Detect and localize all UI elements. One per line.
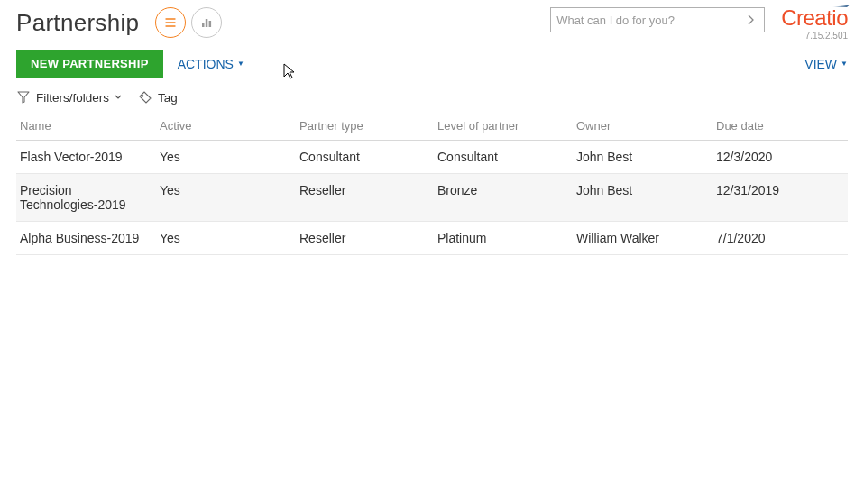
tag-button[interactable]: Tag	[138, 90, 178, 105]
cell-owner[interactable]: John Best	[573, 141, 712, 174]
table-row[interactable]: Alpha Business-2019 Yes Reseller Platinu…	[16, 222, 848, 255]
list-icon	[162, 14, 179, 31]
cell-owner[interactable]: John Best	[573, 174, 712, 222]
partnership-table: Name Active Partner type Level of partne…	[16, 114, 848, 255]
search-box[interactable]	[550, 7, 765, 32]
search-go-button[interactable]	[744, 13, 758, 27]
caret-down-icon: ▼	[841, 60, 848, 68]
actions-label: ACTIONS	[178, 57, 234, 71]
cell-partner-type: Reseller	[296, 222, 434, 255]
cell-owner[interactable]: William Walker	[573, 222, 712, 255]
cell-due-date: 7/1/2020	[712, 222, 848, 255]
column-header-name[interactable]: Name	[16, 114, 156, 141]
table-row[interactable]: Precision Technologies-2019 Yes Reseller…	[16, 174, 848, 222]
caret-down-icon: ▼	[237, 60, 244, 68]
svg-rect-5	[209, 21, 212, 27]
chart-view-button[interactable]	[191, 7, 222, 38]
filters-folders-button[interactable]: Filters/folders	[16, 90, 122, 105]
table-row[interactable]: Flash Vector-2019 Yes Consultant Consult…	[16, 141, 848, 174]
brand: Creatio 7.15.2.501	[781, 7, 848, 41]
cell-due-date: 12/31/2019	[712, 174, 848, 222]
column-header-partner-type[interactable]: Partner type	[296, 114, 434, 141]
cell-level: Platinum	[434, 222, 573, 255]
brand-logo: Creatio	[781, 7, 848, 29]
caret-down-icon	[115, 95, 122, 100]
cell-active: Yes	[156, 174, 296, 222]
column-header-due-date[interactable]: Due date	[712, 114, 848, 141]
cell-due-date: 12/3/2020	[712, 141, 848, 174]
cell-name[interactable]: Alpha Business-2019	[16, 222, 156, 255]
column-header-level[interactable]: Level of partner	[434, 114, 573, 141]
chevron-right-icon	[747, 14, 756, 25]
svg-rect-3	[202, 23, 205, 27]
cell-name[interactable]: Precision Technologies-2019	[16, 174, 156, 222]
column-header-owner[interactable]: Owner	[573, 114, 712, 141]
filters-folders-label: Filters/folders	[36, 91, 109, 105]
svg-rect-4	[206, 19, 208, 27]
column-header-active[interactable]: Active	[156, 114, 296, 141]
chart-icon	[198, 14, 215, 31]
cell-level: Bronze	[434, 174, 573, 222]
cell-partner-type: Reseller	[296, 174, 434, 222]
cell-partner-type: Consultant	[296, 141, 434, 174]
search-input[interactable]	[556, 14, 744, 27]
cell-active: Yes	[156, 222, 296, 255]
tag-label: Tag	[158, 91, 178, 105]
filter-icon	[16, 90, 31, 105]
cell-level: Consultant	[434, 141, 573, 174]
tag-icon	[138, 90, 152, 105]
list-view-button[interactable]	[155, 7, 186, 38]
brand-version: 7.15.2.501	[805, 31, 848, 41]
view-dropdown[interactable]: VIEW ▼	[804, 57, 848, 71]
actions-dropdown[interactable]: ACTIONS ▼	[178, 57, 244, 71]
cell-name[interactable]: Flash Vector-2019	[16, 141, 156, 174]
new-partnership-button[interactable]: NEW PARTNERSHIP	[16, 50, 163, 78]
view-label: VIEW	[804, 57, 837, 71]
cell-active: Yes	[156, 141, 296, 174]
page-title: Partnership	[16, 9, 139, 37]
